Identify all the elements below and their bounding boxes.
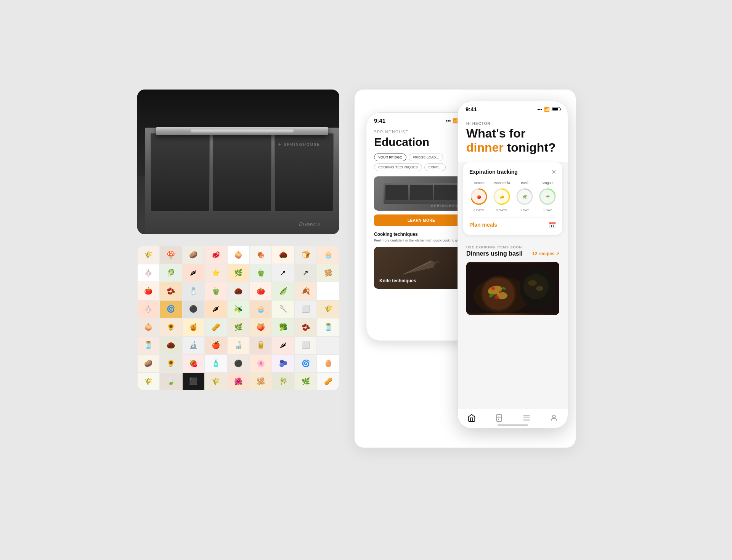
arugula-circle: 🥗 [538, 187, 557, 206]
basil-section: USE EXPIRING ITEMS SOON Dinners using ba… [458, 240, 568, 319]
food-cell: 🫛 [272, 282, 294, 300]
svg-text:🧀: 🧀 [500, 195, 504, 199]
svg-point-21 [499, 290, 502, 293]
fridge-icon [495, 414, 503, 422]
expiry-title: Expiration tracking [469, 169, 518, 175]
svg-text:🥗: 🥗 [546, 195, 550, 199]
svg-point-28 [536, 286, 543, 291]
food-cell: 🍅 [137, 282, 160, 300]
food-cell: 🌾 [137, 373, 160, 391]
signal-icon: ▪▪▪ [446, 118, 451, 123]
profile-icon [550, 414, 558, 422]
main-scene: ✦ SPRINGHOUSE Drawers 🌾 🍄 🥔 🥩 🧅 🍖 🌰 🍞 🧁 … [137, 90, 595, 470]
knife-card-label: Knife techniques [379, 278, 416, 283]
hi-greeting: HI HECTOR [466, 122, 559, 126]
food-cell: 🌰 [272, 246, 294, 264]
food-cell: 🥦 [272, 318, 294, 336]
expiry-item-basil: Basil 🌿 1 DAY [515, 181, 534, 212]
food-cell: 🌰 [160, 336, 182, 355]
education-title: Education [374, 136, 469, 148]
chip-your-fridge[interactable]: YOUR FRIDGE [374, 154, 406, 161]
close-button[interactable]: ✕ [551, 168, 556, 176]
svg-text:🌿: 🌿 [523, 195, 527, 199]
food-cell: 🧂 [182, 282, 205, 300]
food-cell: 🧅 [137, 318, 160, 336]
mozzarella-circle: 🧀 [492, 187, 511, 206]
svg-point-27 [528, 280, 537, 286]
learn-more-button[interactable]: LEARN MORE [374, 214, 469, 226]
nav-profile[interactable] [550, 414, 558, 422]
expiry-item-name-tomato: Tomato [473, 181, 485, 185]
svg-text:🍅: 🍅 [477, 194, 482, 199]
use-expiring-label: USE EXPIRING ITEMS SOON [466, 245, 559, 249]
food-cell: 🥄 [272, 300, 294, 318]
springhouse-fridge-label: ✦ SPRINGHOUSE [278, 142, 320, 147]
food-cell: 🥫 [249, 336, 272, 355]
food-grid: 🌾 🍄 🥔 🥩 🧅 🍖 🌰 🍞 🧁 🧄 🥬 🌶 ⭐ 🌿 🫑 ↗ ↗ 🫚 [137, 246, 339, 390]
chip-fridge-load[interactable]: FRIDGE LOAD... [409, 154, 443, 161]
food-cell: 🥜 [205, 318, 227, 336]
food-cell: 🌶 [182, 264, 205, 282]
wifi-icon-2: 📶 [544, 107, 550, 112]
tomato-circle: 🍅 [469, 187, 488, 206]
food-cell: 🍑 [249, 318, 272, 336]
calendar-icon[interactable]: 📅 [549, 221, 556, 229]
svg-point-36 [552, 415, 555, 418]
food-cell: 🌀 [160, 300, 182, 318]
expiry-item-arugula: Arugula 🥗 1 DAY [538, 181, 557, 212]
whats-for-text: What's for [466, 126, 525, 140]
food-cell: 🧁 [249, 300, 272, 318]
food-grid-container: 🌾 🍄 🥔 🥩 🧅 🍖 🌰 🍞 🧁 🧄 🥬 🌶 ⭐ 🌿 🫑 ↗ ↗ 🫚 [137, 246, 339, 390]
food-cell: 🍞 [294, 246, 317, 264]
list-icon [522, 414, 531, 422]
svg-rect-29 [497, 414, 502, 421]
food-cell: 🍄 [160, 246, 182, 264]
basil-circle: 🌿 [515, 187, 534, 206]
plan-meals-link[interactable]: Plan meals [469, 222, 497, 228]
food-cell: 🌰 [227, 282, 250, 300]
food-cell: 🌀 [294, 354, 317, 373]
food-cell: 🌾 [137, 246, 160, 264]
food-cell: ⚫ [182, 300, 205, 318]
food-cell: 🫑 [249, 264, 272, 282]
plan-meals-row: Plan meals 📅 [469, 217, 556, 229]
svg-point-26 [523, 274, 549, 299]
food-cell: 🫙 [317, 318, 339, 336]
food-cell: 🍶 [227, 336, 250, 355]
food-cell: 🌿 [227, 264, 250, 282]
food-cell: 🌺 [227, 373, 250, 391]
food-cell: 🥬 [160, 264, 182, 282]
recipes-count[interactable]: 12 recipes ↗ [532, 251, 559, 256]
chip-expir[interactable]: EXPIR... [424, 163, 446, 171]
nav-fridge[interactable] [495, 414, 503, 422]
signal-icon-2: ▪▪▪ [537, 107, 542, 112]
food-cell: 🍂 [294, 282, 317, 300]
phone2-top: 9:41 ▪▪▪ 📶 HI HECTOR What [458, 101, 568, 162]
knife-card[interactable]: Knife techniques [374, 247, 469, 289]
nav-home[interactable] [467, 414, 476, 422]
chip-cooking[interactable]: COOKING TECHNIQUES [374, 163, 422, 171]
food-cell: 🫑 [205, 282, 227, 300]
food-cell: 🌾 [317, 300, 339, 318]
right-column: 9:41 ▪▪▪ 📶 SPRINGHOUSE Education YOUR FR [355, 90, 595, 470]
food-cell: 🌸 [249, 354, 272, 373]
nav-list[interactable] [522, 414, 531, 422]
feature-image: SPRINGHOUSE [374, 176, 469, 211]
arrow-icon: ↗ [556, 251, 559, 256]
food-cell: 🧄 [137, 300, 160, 318]
status-icons-2: ▪▪▪ 📶 [537, 107, 560, 112]
expiry-item-name-arugula: Arugula [541, 181, 553, 185]
food-cell: 🥔 [182, 246, 205, 264]
pizza-visual [466, 262, 559, 315]
food-cell: 🎋 [272, 373, 294, 391]
food-cell: 🫘 [160, 282, 182, 300]
food-cell: 🥔 [137, 354, 160, 373]
food-cell: 🫚 [317, 264, 339, 282]
filter-chips: YOUR FRIDGE FRIDGE LOAD... COOKING TECHN… [374, 154, 469, 171]
expiry-header: Expiration tracking ✕ [469, 168, 556, 176]
home-icon [467, 414, 476, 422]
svg-point-22 [494, 295, 499, 299]
food-cell: 🧴 [205, 354, 227, 373]
cooking-heading: Cooking techniques [374, 232, 469, 237]
food-cell: ↗ [272, 264, 294, 282]
